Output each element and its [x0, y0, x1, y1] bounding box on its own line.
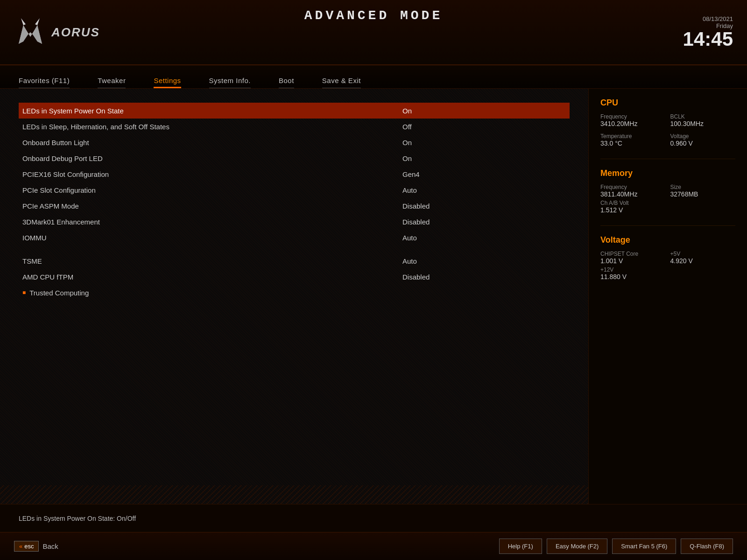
setting-value-pcie-slot: Auto: [398, 186, 566, 194]
nav-bar: Favorites (F11) Tweaker Settings System …: [0, 65, 747, 89]
setting-name-onboard-btn: Onboard Button Light: [22, 139, 398, 147]
qflash-button[interactable]: Q-Flash (F8): [681, 539, 733, 554]
setting-name-iommu: IOMMU: [22, 234, 398, 242]
nav-system-info[interactable]: System Info.: [209, 77, 251, 88]
cpu-bclk-value: 100.30MHz: [670, 120, 736, 127]
voltage-section-title: Voltage: [600, 235, 735, 245]
setting-name-pcie-slot: PCIe Slot Configuration: [22, 186, 398, 194]
datetime-area: 08/13/2021 Friday 14:45: [683, 15, 733, 49]
status-bar: LEDs in System Power On State: On/Off: [0, 504, 747, 532]
trusted-computing-label: Trusted Computing: [29, 289, 89, 297]
nav-settings[interactable]: Settings: [154, 77, 181, 88]
memory-ch-volt-row: Ch A/B Volt 1.512 V: [600, 200, 735, 214]
table-row[interactable]: LEDs in Sleep, Hibernation, and Soft Off…: [19, 119, 570, 134]
nav-boot[interactable]: Boot: [279, 77, 294, 88]
table-row[interactable]: AMD CPU fTPM Disabled: [19, 269, 570, 285]
chipset-value: 1.001 V: [600, 257, 666, 265]
footer-buttons: Help (F1) Easy Mode (F2) Smart Fan 5 (F6…: [499, 539, 733, 554]
setting-name-pcie-aspm: PCIe ASPM Mode: [22, 202, 398, 210]
memory-section: Memory Frequency 3811.40MHz Size 32768MB…: [600, 168, 735, 214]
cpu-section: CPU Frequency 3410.20MHz BCLK 100.30MHz …: [600, 98, 735, 147]
plus12v-row: +12V 11.880 V: [600, 266, 735, 280]
table-row[interactable]: PCIe Slot Configuration Auto: [19, 182, 570, 198]
easy-mode-button[interactable]: Easy Mode (F2): [547, 539, 607, 554]
nav-save-exit[interactable]: Save & Exit: [322, 77, 361, 88]
setting-value-pcie-aspm: Disabled: [398, 202, 566, 210]
memory-freq-value: 3811.40MHz: [600, 190, 666, 198]
back-label: Back: [42, 542, 58, 550]
table-row[interactable]: TSME Auto: [19, 253, 570, 269]
header: AORUS ADVANCED MODE 08/13/2021 Friday 14…: [0, 0, 747, 65]
nav-favorites[interactable]: Favorites (F11): [19, 77, 70, 88]
table-row[interactable]: PCIe ASPM Mode Disabled: [19, 198, 570, 214]
cpu-voltage-col: Voltage 0.960 V: [670, 133, 736, 147]
setting-value-onboard-btn: On: [398, 139, 566, 147]
settings-panel: LEDs in System Power On State On LEDs in…: [0, 89, 588, 504]
table-row[interactable]: IOMMU Auto: [19, 230, 570, 245]
voltage-info-grid: CHIPSET Core 1.001 V +5V 4.920 V: [600, 251, 735, 265]
setting-value-leds-sleep: Off: [398, 123, 566, 131]
setting-name-leds-sleep: LEDs in Sleep, Hibernation, and Soft Off…: [22, 123, 398, 131]
logo-wolf-icon: [14, 16, 47, 49]
setting-name-3dmark: 3DMark01 Enhancement: [22, 218, 398, 226]
status-text: LEDs in System Power On State: On/Off: [19, 515, 136, 522]
table-row[interactable]: Onboard Debug Port LED On: [19, 150, 570, 166]
table-row[interactable]: LEDs in System Power On State On: [19, 103, 570, 119]
esc-label: esc: [24, 543, 34, 550]
separator-memory-voltage: [600, 225, 735, 226]
info-panel: CPU Frequency 3410.20MHz BCLK 100.30MHz …: [588, 89, 747, 504]
setting-value-amd-tpm: Disabled: [398, 273, 566, 281]
setting-value-leds-power: On: [398, 107, 566, 115]
logo-area: AORUS: [14, 16, 100, 49]
setting-name-pciex16: PCIEX16 Slot Configuration: [22, 170, 398, 178]
cpu-section-title: CPU: [600, 98, 735, 108]
svg-marker-1: [19, 25, 28, 44]
table-row[interactable]: PCIEX16 Slot Configuration Gen4: [19, 166, 570, 182]
voltage-section: Voltage CHIPSET Core 1.001 V +5V 4.920 V…: [600, 235, 735, 280]
svg-marker-4: [35, 18, 40, 25]
table-row[interactable]: Onboard Button Light On: [19, 134, 570, 150]
cpu-frequency-label: Frequency 3410.20MHz: [600, 113, 666, 127]
svg-marker-2: [33, 25, 42, 44]
esc-arrows-icon: «: [19, 543, 22, 550]
memory-freq-col: Frequency 3811.40MHz: [600, 184, 666, 198]
footer-left: « esc Back: [14, 541, 58, 552]
memory-ch-volt-value: 1.512 V: [600, 206, 735, 214]
memory-info-grid: Frequency 3811.40MHz Size 32768MB: [600, 184, 735, 198]
logo-text: AORUS: [51, 25, 100, 40]
smart-fan-button[interactable]: Smart Fan 5 (F6): [612, 539, 676, 554]
esc-button[interactable]: « esc: [14, 541, 39, 552]
footer: « esc Back Help (F1) Easy Mode (F2) Smar…: [0, 532, 747, 560]
setting-name-onboard-debug: Onboard Debug Port LED: [22, 154, 398, 162]
date-value: 08/13/2021: [703, 15, 733, 22]
memory-section-title: Memory: [600, 168, 735, 178]
setting-value-tsme: Auto: [398, 257, 566, 265]
cpu-temp-col: Temperature 33.0 °C: [600, 133, 666, 147]
help-button[interactable]: Help (F1): [499, 539, 542, 554]
chipset-col: CHIPSET Core 1.001 V: [600, 251, 666, 265]
datetime-time: 14:45: [683, 29, 733, 49]
setting-value-3dmark: Disabled: [398, 218, 566, 226]
plus5v-value: 4.920 V: [670, 257, 736, 265]
separator-cpu-memory: [600, 159, 735, 159]
setting-name-tsme: TSME: [22, 257, 398, 265]
plus5v-col: +5V 4.920 V: [670, 251, 736, 265]
setting-value-onboard-debug: On: [398, 154, 566, 162]
submenu-arrow-icon: ■: [22, 289, 26, 296]
cpu-frequency-value: 3410.20MHz: [600, 120, 666, 127]
content-area: LEDs in System Power On State On LEDs in…: [0, 89, 747, 504]
memory-size-value: 32768MB: [670, 190, 736, 198]
nav-tweaker[interactable]: Tweaker: [98, 77, 126, 88]
plus12v-value: 11.880 V: [600, 273, 735, 280]
memory-size-col: Size 32768MB: [670, 184, 736, 198]
trusted-computing-submenu[interactable]: ■ Trusted Computing: [19, 285, 570, 301]
setting-name-amd-tpm: AMD CPU fTPM: [22, 273, 398, 281]
settings-table: LEDs in System Power On State On LEDs in…: [19, 103, 570, 301]
cpu-voltage-value: 0.960 V: [670, 140, 736, 147]
setting-name-leds-power: LEDs in System Power On State: [22, 107, 398, 115]
cpu-temp-value: 33.0 °C: [600, 140, 666, 147]
cpu-bclk-col: BCLK 100.30MHz: [670, 113, 736, 127]
setting-value-iommu: Auto: [398, 234, 566, 242]
table-row[interactable]: 3DMark01 Enhancement Disabled: [19, 214, 570, 230]
datetime-date: 08/13/2021 Friday: [683, 15, 733, 29]
